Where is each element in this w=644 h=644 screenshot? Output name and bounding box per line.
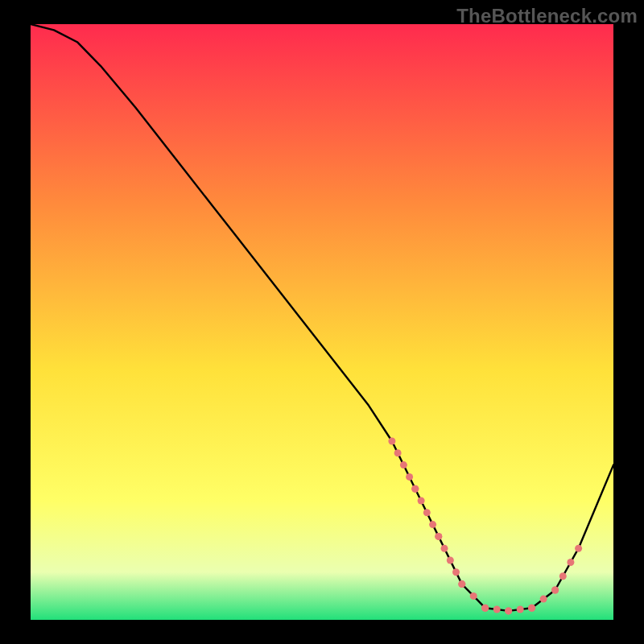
svg-point-6 (411, 485, 419, 493)
svg-point-20 (493, 606, 501, 613)
svg-point-31 (575, 545, 582, 552)
svg-point-26 (540, 596, 547, 603)
svg-point-11 (435, 533, 442, 540)
svg-point-16 (458, 580, 465, 588)
svg-point-2 (394, 449, 402, 456)
svg-point-19 (481, 605, 489, 612)
svg-point-1 (388, 438, 395, 445)
plot-area (31, 24, 613, 620)
svg-point-28 (551, 587, 559, 594)
svg-point-22 (505, 607, 512, 614)
svg-point-23 (517, 606, 524, 613)
svg-point-29 (559, 572, 567, 580)
svg-point-30 (567, 559, 574, 566)
chart-svg (31, 24, 613, 620)
svg-point-13 (447, 557, 454, 564)
svg-point-25 (528, 605, 535, 612)
svg-point-17 (470, 592, 477, 600)
svg-point-3 (400, 461, 407, 469)
svg-rect-0 (31, 24, 613, 620)
svg-point-12 (441, 545, 448, 552)
svg-point-4 (406, 473, 413, 481)
svg-point-14 (452, 568, 460, 576)
svg-point-8 (423, 509, 431, 516)
svg-point-9 (429, 521, 436, 528)
chart-frame: TheBottleneck.com (0, 0, 644, 644)
svg-point-7 (418, 497, 425, 505)
